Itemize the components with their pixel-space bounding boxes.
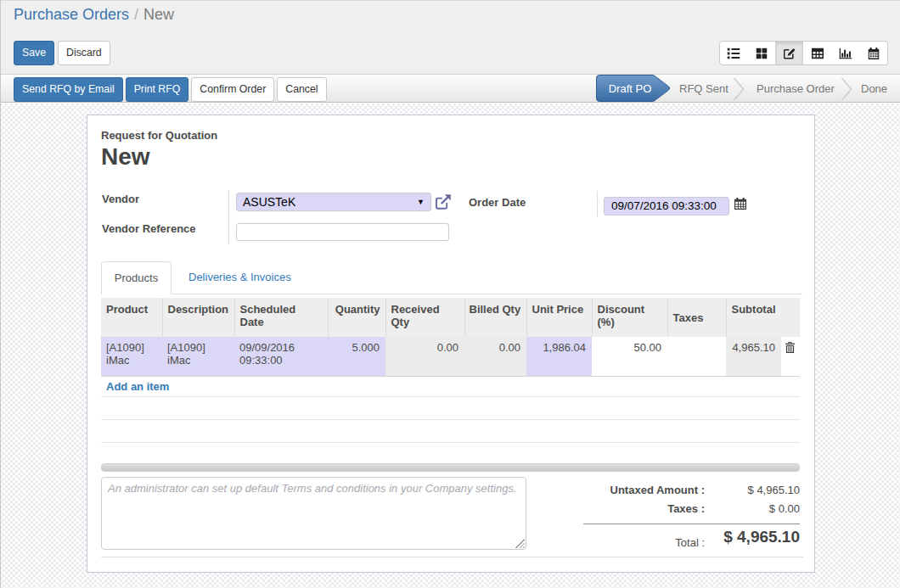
- svg-text:Draft PO: Draft PO: [609, 82, 652, 95]
